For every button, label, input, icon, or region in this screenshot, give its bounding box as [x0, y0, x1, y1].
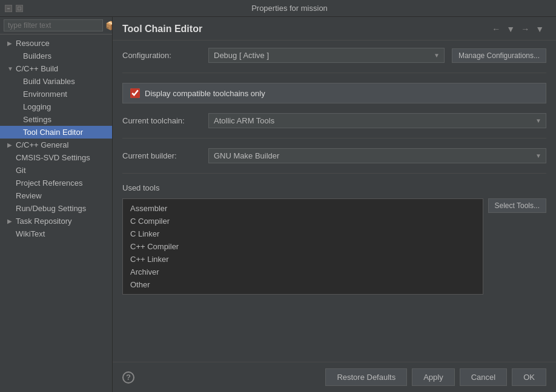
content-header: Tool Chain Editor ← ▼ → ▼: [113, 17, 556, 41]
sidebar: 📦 ▶ Resource Builders ▼ C/C++ Build Bu: [0, 17, 113, 392]
sidebar-item-projectreferences[interactable]: Project References: [0, 177, 112, 189]
sidebar-item-label: WikiText: [16, 229, 45, 238]
sidebar-item-label: Build Variables: [23, 77, 75, 86]
sidebar-item-logging[interactable]: Logging: [0, 100, 112, 113]
compatible-toolchains-checkbox[interactable]: [130, 88, 140, 98]
arrow-placeholder: [7, 192, 13, 199]
sidebar-item-environment[interactable]: Environment: [0, 88, 112, 100]
sidebar-item-label: C/C++ Build: [16, 64, 58, 73]
ok-button[interactable]: OK: [512, 368, 546, 386]
title-bar: − □ Properties for mission: [0, 0, 556, 17]
cancel-button[interactable]: Cancel: [460, 368, 507, 386]
forward-button[interactable]: →: [518, 23, 532, 35]
main-content: 📦 ▶ Resource Builders ▼ C/C++ Build Bu: [0, 17, 556, 392]
builder-select[interactable]: GNU Make Builder: [208, 148, 546, 163]
arrow-placeholder: [15, 103, 21, 110]
sidebar-item-toolchaineditor[interactable]: Tool Chain Editor: [0, 126, 112, 139]
tool-c-linker[interactable]: C Linker: [128, 228, 478, 240]
sidebar-item-label: Settings: [23, 115, 51, 124]
sidebar-item-buildvariables[interactable]: Build Variables: [0, 75, 112, 88]
compatible-toolchains-label[interactable]: Display compatible toolchains only: [145, 89, 265, 98]
tools-list: Assembler C Compiler C Linker C++ Compil…: [122, 198, 483, 295]
sidebar-item-taskrepository[interactable]: ▶ Task Repository: [0, 215, 112, 227]
minimize-button[interactable]: −: [5, 5, 12, 12]
configuration-select[interactable]: Debug [ Active ]: [208, 48, 445, 63]
arrow-placeholder: [7, 205, 13, 212]
sidebar-item-label: Task Repository: [16, 217, 71, 226]
dropdown-back-button[interactable]: ▼: [504, 23, 517, 35]
window-controls[interactable]: − □: [5, 5, 23, 12]
arrow-icon: ▶: [7, 218, 13, 224]
sidebar-item-settings[interactable]: Settings: [0, 113, 112, 126]
page-title: Tool Chain Editor: [122, 24, 202, 34]
select-tools-button[interactable]: Select Tools...: [488, 198, 546, 213]
back-button[interactable]: ←: [489, 23, 503, 35]
content-area: Tool Chain Editor ← ▼ → ▼ Configuration:…: [113, 17, 556, 392]
restore-defaults-button[interactable]: Restore Defaults: [325, 368, 407, 386]
arrow-icon: ▶: [7, 40, 13, 47]
tool-archiver[interactable]: Archiver: [128, 266, 478, 278]
used-tools-container: Assembler C Compiler C Linker C++ Compil…: [122, 198, 546, 295]
footer: ? Restore Defaults Apply Cancel OK: [113, 362, 556, 392]
filter-input[interactable]: [4, 19, 103, 31]
filter-icon: 📦: [105, 21, 113, 30]
sidebar-filter-area: 📦: [0, 17, 112, 34]
arrow-placeholder: [15, 78, 21, 85]
configuration-row: Configuration: Debug [ Active ] ▼ Manage…: [122, 48, 546, 63]
sidebar-item-git[interactable]: Git: [0, 164, 112, 177]
dropdown-forward-button[interactable]: ▼: [533, 23, 546, 35]
arrow-placeholder: [7, 180, 13, 186]
sidebar-item-label: Logging: [23, 102, 51, 111]
arrow-placeholder: [7, 230, 13, 237]
tool-c-compiler[interactable]: C Compiler: [128, 215, 478, 227]
sidebar-item-wikitext[interactable]: WikiText: [0, 227, 112, 240]
arrow-placeholder: [15, 129, 21, 136]
sidebar-item-rundebugsettings[interactable]: Run/Debug Settings: [0, 202, 112, 215]
sidebar-item-label: C/C++ General: [16, 140, 68, 149]
toolchain-label: Current toolchain:: [122, 116, 201, 125]
sidebar-items-list: ▶ Resource Builders ▼ C/C++ Build Build …: [0, 34, 112, 392]
sidebar-item-label: CMSIS-SVD Settings: [16, 153, 90, 162]
sidebar-item-review[interactable]: Review: [0, 189, 112, 202]
arrow-placeholder: [15, 116, 21, 123]
arrow-placeholder: [15, 53, 21, 59]
tool-cpp-linker[interactable]: C++ Linker: [128, 253, 478, 265]
builder-select-wrapper: GNU Make Builder ▼: [208, 148, 546, 163]
help-button[interactable]: ?: [122, 371, 134, 384]
checkbox-row: Display compatible toolchains only: [122, 83, 546, 103]
configuration-select-wrapper: Debug [ Active ] ▼: [208, 48, 445, 63]
sidebar-item-label: Run/Debug Settings: [16, 204, 86, 213]
sidebar-item-label: Builders: [23, 51, 51, 60]
arrow-icon: ▶: [7, 142, 13, 148]
footer-help: ?: [122, 371, 320, 384]
used-tools-label: Used tools: [122, 183, 546, 192]
sidebar-item-label: Project References: [16, 178, 83, 188]
configuration-label: Configuration:: [122, 51, 201, 60]
manage-configurations-button[interactable]: Manage Configurations...: [452, 48, 546, 63]
sidebar-item-label: Tool Chain Editor: [23, 128, 83, 137]
sidebar-item-builders[interactable]: Builders: [0, 50, 112, 62]
sidebar-item-label: Git: [16, 166, 26, 175]
content-body: Configuration: Debug [ Active ] ▼ Manage…: [113, 41, 556, 362]
sidebar-item-cmsis[interactable]: CMSIS-SVD Settings: [0, 151, 112, 164]
tool-assembler[interactable]: Assembler: [128, 203, 478, 214]
tool-other[interactable]: Other: [128, 279, 478, 290]
toolchain-select[interactable]: Atollic ARM Tools: [208, 113, 546, 128]
window-title: Properties for mission: [28, 4, 551, 13]
header-icons: ← ▼ → ▼: [489, 23, 546, 35]
toolchain-row: Current toolchain: Atollic ARM Tools ▼: [122, 113, 546, 128]
apply-button[interactable]: Apply: [412, 368, 455, 386]
sidebar-item-cppgeneral[interactable]: ▶ C/C++ General: [0, 139, 112, 151]
arrow-placeholder: [7, 154, 13, 161]
sidebar-item-resource[interactable]: ▶ Resource: [0, 37, 112, 50]
arrow-placeholder: [7, 167, 13, 174]
restore-button[interactable]: □: [16, 5, 23, 12]
separator-2: [122, 138, 546, 139]
separator-3: [122, 173, 546, 174]
builder-row: Current builder: GNU Make Builder ▼: [122, 148, 546, 163]
sidebar-item-label: Resource: [16, 39, 50, 48]
builder-label: Current builder:: [122, 151, 201, 160]
tool-cpp-compiler[interactable]: C++ Compiler: [128, 241, 478, 252]
sidebar-item-cppbuild[interactable]: ▼ C/C++ Build: [0, 62, 112, 75]
used-tools-section: Used tools Assembler C Compiler C Linker…: [122, 183, 546, 295]
